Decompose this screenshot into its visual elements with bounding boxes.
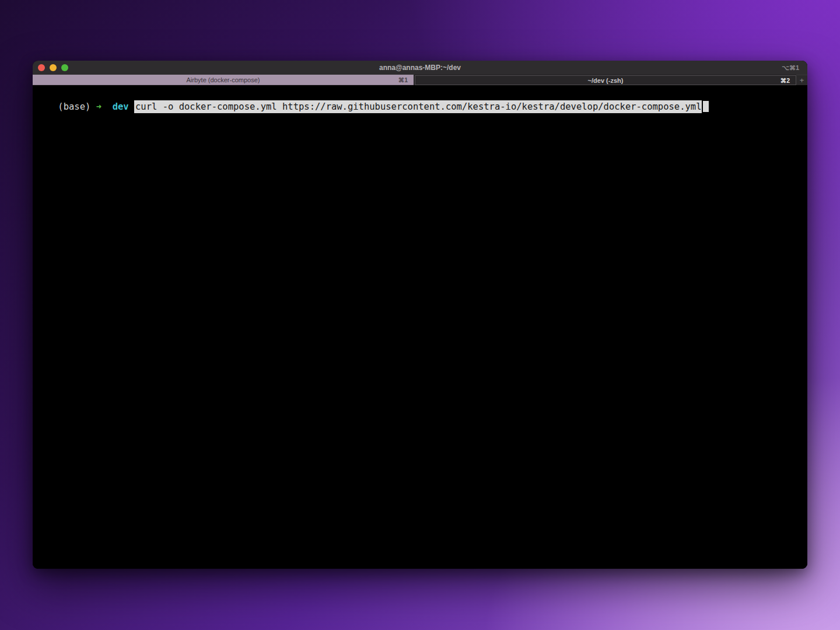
selected-command-text: curl -o docker-compose.yml https://raw.g… [134,100,702,113]
minimize-button[interactable] [50,64,57,71]
tab-bar: Airbyte (docker-compose) ⌘1 ~/dev (-zsh)… [33,75,807,85]
close-button[interactable] [38,64,45,71]
prompt-spacer [102,102,113,112]
new-tab-button[interactable]: + [796,75,807,85]
prompt-arrow: ➜ [96,102,102,112]
traffic-lights [33,64,68,71]
prompt-gap [129,102,134,112]
window-title: anna@annas-MBP:~/dev [33,64,807,72]
tab-label: Airbyte (docker-compose) [33,76,414,83]
tab-label: ~/dev (-zsh) [415,77,796,84]
window-shortcut-label: ⌥⌘1 [782,64,799,72]
tab-shortcut-label: ⌘1 [398,76,408,83]
terminal-screen[interactable]: (base) ➜ dev curl -o docker-compose.yml … [33,85,807,569]
tab-shortcut-label: ⌘2 [780,77,790,84]
tab-dev-zsh[interactable]: ~/dev (-zsh) ⌘2 [415,75,796,85]
prompt-directory: dev [113,102,129,112]
titlebar[interactable]: anna@annas-MBP:~/dev ⌥⌘1 [33,61,807,75]
zoom-button[interactable] [61,64,68,71]
terminal-cursor [703,101,709,112]
prompt-conda-env: (base) [58,102,96,112]
tab-airbyte-docker-compose[interactable]: Airbyte (docker-compose) ⌘1 [33,75,414,85]
terminal-window: anna@annas-MBP:~/dev ⌥⌘1 Airbyte (docker… [33,61,807,569]
